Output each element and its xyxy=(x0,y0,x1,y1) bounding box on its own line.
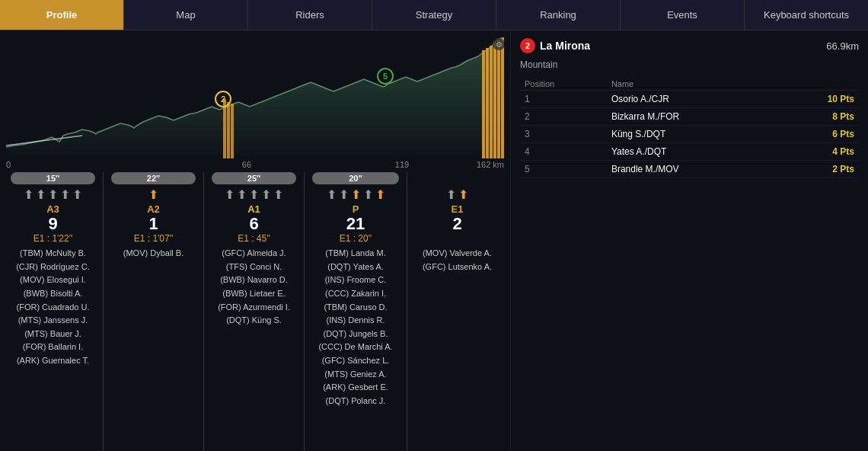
group-a1-icons: ⬆ ⬆ ⬆ ⬆ ⬆ xyxy=(225,187,283,202)
svg-rect-7 xyxy=(490,46,493,158)
svg-text:5: 5 xyxy=(383,72,388,81)
cell-pts: 10 Pts xyxy=(779,91,859,108)
divider xyxy=(304,172,305,451)
group-e1-time: -- xyxy=(415,172,499,184)
group-a3-icons: ⬆ ⬆ ⬆ ⬆ ⬆ xyxy=(24,187,82,202)
info-header: 2 La Mirona 66.9km xyxy=(520,38,859,53)
group-a2-icons: ⬆ xyxy=(148,187,158,202)
table-row: 3 Küng S./DQT 6 Pts xyxy=(520,126,859,143)
main-content: ◀ xyxy=(0,30,868,451)
cell-pts: 4 Pts xyxy=(779,143,859,161)
table-row: 1 Osorio A./CJR 10 Pts xyxy=(520,91,859,108)
rider-icon: ⬆ xyxy=(225,187,235,202)
group-p: 20'' ⬆ ⬆ ⬆ ⬆ ⬆ P 21 E1 : 20'' (TBM) Land… xyxy=(306,172,405,451)
info-panel: 2 La Mirona 66.9km Mountain Position Nam… xyxy=(510,30,868,451)
group-p-riders: (TBM) Landa M. (DQT) Yates A. (INS) Froo… xyxy=(318,247,392,408)
cell-position: 1 xyxy=(520,91,607,108)
cell-name: Küng S./DQT xyxy=(607,126,779,143)
rider-icon: ⬆ xyxy=(273,187,283,202)
svg-rect-3 xyxy=(227,102,230,158)
profile-chart: 2 5 ⚙ xyxy=(6,37,504,158)
svg-text:⚙: ⚙ xyxy=(496,40,503,49)
rider-icon: ⬆ xyxy=(261,187,271,202)
top-navigation: Profile Map Riders Strategy Ranking Even… xyxy=(0,0,868,30)
svg-rect-9 xyxy=(497,40,500,158)
group-a2: 22'' ⬆ A2 1 E1 : 1'07'' (MOV) Dyball B. xyxy=(105,172,202,451)
checkpoint-type: Mountain xyxy=(520,59,859,70)
group-a3: 15'' ⬆ ⬆ ⬆ ⬆ ⬆ A3 9 E1 : 1'22'' (TBM) Mc… xyxy=(5,172,101,451)
svg-rect-5 xyxy=(482,50,485,158)
group-a1-riders: (GFC) Almeida J. (TFS) Conci N. (BWB) Na… xyxy=(218,247,290,328)
group-e1-cat: E1 xyxy=(452,203,464,215)
tab-riders[interactable]: Riders xyxy=(248,0,372,30)
group-p-cat: P xyxy=(353,203,359,215)
table-row: 4 Yates A./DQT 4 Pts xyxy=(520,143,859,161)
rider-icon: ⬆ xyxy=(48,187,58,202)
group-a1-time: 25'' xyxy=(212,172,296,184)
group-a2-gap: E1 : 1'07'' xyxy=(134,233,174,244)
tab-keyboard-shortcuts[interactable]: Keyboard shortcuts xyxy=(745,0,868,30)
checkpoint-km: 66.9km xyxy=(826,40,859,52)
tab-strategy[interactable]: Strategy xyxy=(372,0,496,30)
cell-name: Bizkarra M./FOR xyxy=(607,108,779,126)
group-e1-riders: (MOV) Valverde A. (GFC) Lutsenko A. xyxy=(423,247,492,273)
tab-profile[interactable]: Profile xyxy=(0,0,124,30)
tab-events[interactable]: Events xyxy=(621,0,745,30)
profile-chart-area: 2 5 ⚙ 0 66 119 162 km xyxy=(0,30,510,169)
svg-rect-8 xyxy=(493,43,496,158)
svg-rect-2 xyxy=(223,99,226,158)
rider-icon: ⬆ xyxy=(60,187,70,202)
group-a3-cat: A3 xyxy=(46,203,59,215)
rider-icon: ⬆ xyxy=(237,187,247,202)
table-header-row: Position Name xyxy=(520,78,859,91)
rider-icon: ⬆ xyxy=(249,187,259,202)
group-e1-num: 2 xyxy=(452,215,461,233)
divider xyxy=(203,172,204,451)
info-title-row: 2 La Mirona xyxy=(520,38,590,53)
cell-name: Osorio A./CJR xyxy=(607,91,779,108)
cell-name: Yates A./DQT xyxy=(607,143,779,161)
tab-ranking[interactable]: Ranking xyxy=(496,0,621,30)
group-p-gap: E1 : 20'' xyxy=(340,233,372,244)
rider-icon: ⬆ xyxy=(148,187,158,202)
rider-icon: ⬆ xyxy=(339,187,349,202)
group-a2-riders: (MOV) Dyball B. xyxy=(123,247,183,261)
cell-pts: 8 Pts xyxy=(779,108,859,126)
cell-pts: 6 Pts xyxy=(779,126,859,143)
group-a1-gap: E1 : 45'' xyxy=(238,233,270,244)
group-a3-gap: E1 : 1'22'' xyxy=(34,233,73,244)
group-a2-time: 22'' xyxy=(111,172,196,184)
group-a1-cat: A1 xyxy=(247,203,260,215)
svg-rect-4 xyxy=(231,104,234,158)
group-p-time: 20'' xyxy=(312,172,398,184)
elevation-svg: 2 5 ⚙ xyxy=(6,37,504,158)
divider xyxy=(407,172,407,451)
svg-rect-6 xyxy=(486,48,489,158)
rider-icon: ⬆ xyxy=(72,187,82,202)
tab-map[interactable]: Map xyxy=(124,0,248,30)
group-a1-num: 6 xyxy=(249,215,258,233)
checkpoint-name: La Mirona xyxy=(540,40,590,52)
groups-area: 15'' ⬆ ⬆ ⬆ ⬆ ⬆ A3 9 E1 : 1'22'' (TBM) Mc… xyxy=(0,169,510,451)
svg-text:2: 2 xyxy=(221,94,225,104)
rider-icon: ⬆ xyxy=(36,187,46,202)
cell-position: 5 xyxy=(520,161,607,178)
group-a3-num: 9 xyxy=(48,215,57,233)
cell-position: 3 xyxy=(520,126,607,143)
svg-rect-10 xyxy=(501,38,504,158)
col-pts xyxy=(779,78,859,91)
group-e1-icons: ⬆ ⬆ xyxy=(446,187,468,202)
ranking-table: Position Name 1 Osorio A./CJR 10 Pts 2 B… xyxy=(520,78,859,178)
table-row: 5 Brandle M./MOV 2 Pts xyxy=(520,161,859,178)
table-row: 2 Bizkarra M./FOR 8 Pts xyxy=(520,108,859,126)
group-p-icons: ⬆ ⬆ ⬆ ⬆ ⬆ xyxy=(327,187,385,202)
group-a2-num: 1 xyxy=(148,215,158,233)
rider-icon: ⬆ xyxy=(327,187,337,202)
col-position: Position xyxy=(520,78,607,91)
rider-icon: ⬆ xyxy=(458,187,468,202)
km-labels: 0 66 119 162 km xyxy=(6,158,504,169)
group-p-num: 21 xyxy=(346,215,365,233)
cell-position: 4 xyxy=(520,143,607,161)
group-e1: -- ⬆ ⬆ E1 2 -- (MOV) Valverde A. (GFC) L… xyxy=(409,172,506,451)
col-name: Name xyxy=(607,78,779,91)
